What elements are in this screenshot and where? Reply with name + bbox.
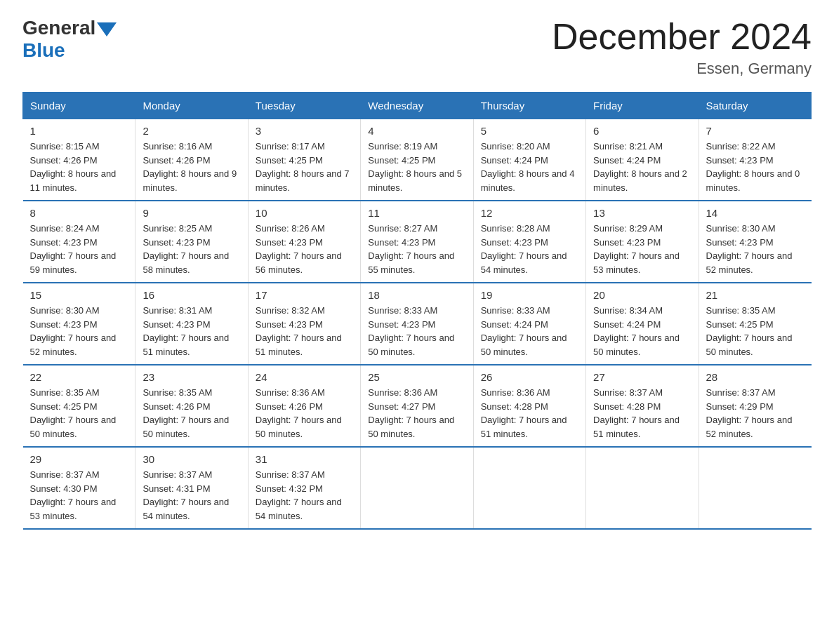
- calendar-header: SundayMondayTuesdayWednesdayThursdayFrid…: [23, 93, 812, 119]
- day-info: Sunrise: 8:35 AMSunset: 4:25 PMDaylight:…: [30, 386, 128, 441]
- header-monday: Monday: [135, 93, 248, 119]
- day-info: Sunrise: 8:29 AMSunset: 4:23 PMDaylight:…: [593, 222, 691, 276]
- calendar-table: SundayMondayTuesdayWednesdayThursdayFrid…: [22, 92, 812, 530]
- day-info: Sunrise: 8:19 AMSunset: 4:25 PMDaylight:…: [368, 140, 465, 194]
- day-cell: 2 Sunrise: 8:16 AMSunset: 4:26 PMDayligh…: [135, 119, 248, 201]
- day-info: Sunrise: 8:37 AMSunset: 4:30 PMDaylight:…: [30, 468, 128, 523]
- day-cell: 29 Sunrise: 8:37 AMSunset: 4:30 PMDaylig…: [23, 447, 135, 529]
- day-info: Sunrise: 8:15 AMSunset: 4:26 PMDaylight:…: [30, 140, 128, 194]
- day-info: Sunrise: 8:33 AMSunset: 4:23 PMDaylight:…: [368, 304, 465, 358]
- day-info: Sunrise: 8:16 AMSunset: 4:26 PMDaylight:…: [143, 140, 240, 194]
- day-cell: 26 Sunrise: 8:36 AMSunset: 4:28 PMDaylig…: [473, 365, 585, 447]
- day-info: Sunrise: 8:33 AMSunset: 4:24 PMDaylight:…: [481, 304, 578, 358]
- day-number: 20: [593, 289, 691, 301]
- day-cell: [473, 447, 585, 529]
- day-cell: 11 Sunrise: 8:27 AMSunset: 4:23 PMDaylig…: [361, 201, 473, 283]
- day-number: 5: [481, 125, 578, 137]
- logo-blue-text: Blue: [22, 39, 65, 62]
- day-info: Sunrise: 8:21 AMSunset: 4:24 PMDaylight:…: [593, 140, 691, 194]
- day-info: Sunrise: 8:31 AMSunset: 4:23 PMDaylight:…: [143, 304, 240, 358]
- page-header: General Blue December 2024 Essen, German…: [22, 17, 812, 78]
- header-sunday: Sunday: [23, 93, 135, 119]
- day-info: Sunrise: 8:25 AMSunset: 4:23 PMDaylight:…: [143, 222, 240, 276]
- day-cell: 25 Sunrise: 8:36 AMSunset: 4:27 PMDaylig…: [361, 365, 473, 447]
- day-info: Sunrise: 8:32 AMSunset: 4:23 PMDaylight:…: [256, 304, 353, 358]
- day-cell: 4 Sunrise: 8:19 AMSunset: 4:25 PMDayligh…: [361, 119, 473, 201]
- day-number: 22: [30, 371, 128, 383]
- day-info: Sunrise: 8:36 AMSunset: 4:28 PMDaylight:…: [481, 386, 578, 441]
- day-info: Sunrise: 8:35 AMSunset: 4:25 PMDaylight:…: [706, 304, 805, 358]
- day-number: 8: [30, 207, 128, 219]
- day-number: 1: [30, 125, 128, 137]
- day-cell: [699, 447, 811, 529]
- day-cell: 15 Sunrise: 8:30 AMSunset: 4:23 PMDaylig…: [23, 283, 135, 365]
- logo: General Blue: [22, 17, 118, 62]
- day-info: Sunrise: 8:28 AMSunset: 4:23 PMDaylight:…: [481, 222, 578, 276]
- header-wednesday: Wednesday: [361, 93, 473, 119]
- day-cell: 13 Sunrise: 8:29 AMSunset: 4:23 PMDaylig…: [586, 201, 699, 283]
- day-cell: 18 Sunrise: 8:33 AMSunset: 4:23 PMDaylig…: [361, 283, 473, 365]
- day-number: 26: [481, 371, 578, 383]
- day-cell: 5 Sunrise: 8:20 AMSunset: 4:24 PMDayligh…: [473, 119, 585, 201]
- day-number: 18: [368, 289, 465, 301]
- day-cell: 21 Sunrise: 8:35 AMSunset: 4:25 PMDaylig…: [699, 283, 811, 365]
- day-cell: 1 Sunrise: 8:15 AMSunset: 4:26 PMDayligh…: [23, 119, 135, 201]
- day-info: Sunrise: 8:30 AMSunset: 4:23 PMDaylight:…: [30, 304, 128, 358]
- day-cell: 8 Sunrise: 8:24 AMSunset: 4:23 PMDayligh…: [23, 201, 135, 283]
- day-info: Sunrise: 8:34 AMSunset: 4:24 PMDaylight:…: [593, 304, 691, 358]
- day-number: 27: [593, 371, 691, 383]
- day-cell: [586, 447, 699, 529]
- day-number: 19: [481, 289, 578, 301]
- day-cell: 12 Sunrise: 8:28 AMSunset: 4:23 PMDaylig…: [473, 201, 585, 283]
- day-cell: 23 Sunrise: 8:35 AMSunset: 4:26 PMDaylig…: [135, 365, 248, 447]
- day-info: Sunrise: 8:37 AMSunset: 4:31 PMDaylight:…: [143, 468, 240, 523]
- day-cell: 20 Sunrise: 8:34 AMSunset: 4:24 PMDaylig…: [586, 283, 699, 365]
- day-cell: 28 Sunrise: 8:37 AMSunset: 4:29 PMDaylig…: [699, 365, 811, 447]
- day-number: 30: [143, 453, 240, 465]
- header-thursday: Thursday: [473, 93, 585, 119]
- week-row-1: 1 Sunrise: 8:15 AMSunset: 4:26 PMDayligh…: [23, 119, 812, 201]
- day-info: Sunrise: 8:37 AMSunset: 4:32 PMDaylight:…: [256, 468, 353, 523]
- day-cell: 7 Sunrise: 8:22 AMSunset: 4:23 PMDayligh…: [699, 119, 811, 201]
- day-info: Sunrise: 8:17 AMSunset: 4:25 PMDaylight:…: [256, 140, 353, 194]
- day-info: Sunrise: 8:36 AMSunset: 4:27 PMDaylight:…: [368, 386, 465, 441]
- day-cell: 24 Sunrise: 8:36 AMSunset: 4:26 PMDaylig…: [248, 365, 360, 447]
- logo-triangle-icon: [97, 22, 117, 36]
- week-row-2: 8 Sunrise: 8:24 AMSunset: 4:23 PMDayligh…: [23, 201, 812, 283]
- day-info: Sunrise: 8:37 AMSunset: 4:28 PMDaylight:…: [593, 386, 691, 441]
- location-title: Essen, Germany: [552, 60, 812, 78]
- week-row-3: 15 Sunrise: 8:30 AMSunset: 4:23 PMDaylig…: [23, 283, 812, 365]
- day-cell: 31 Sunrise: 8:37 AMSunset: 4:32 PMDaylig…: [248, 447, 360, 529]
- day-number: 15: [30, 289, 128, 301]
- day-number: 31: [256, 453, 353, 465]
- day-number: 17: [256, 289, 353, 301]
- day-number: 24: [256, 371, 353, 383]
- day-cell: 19 Sunrise: 8:33 AMSunset: 4:24 PMDaylig…: [473, 283, 585, 365]
- header-tuesday: Tuesday: [248, 93, 360, 119]
- day-cell: 3 Sunrise: 8:17 AMSunset: 4:25 PMDayligh…: [248, 119, 360, 201]
- day-info: Sunrise: 8:22 AMSunset: 4:23 PMDaylight:…: [706, 140, 805, 194]
- day-cell: 22 Sunrise: 8:35 AMSunset: 4:25 PMDaylig…: [23, 365, 135, 447]
- week-row-4: 22 Sunrise: 8:35 AMSunset: 4:25 PMDaylig…: [23, 365, 812, 447]
- day-info: Sunrise: 8:26 AMSunset: 4:23 PMDaylight:…: [256, 222, 353, 276]
- day-number: 3: [256, 125, 353, 137]
- day-number: 2: [143, 125, 240, 137]
- day-number: 14: [706, 207, 805, 219]
- header-saturday: Saturday: [699, 93, 811, 119]
- day-info: Sunrise: 8:36 AMSunset: 4:26 PMDaylight:…: [256, 386, 353, 441]
- day-number: 16: [143, 289, 240, 301]
- day-info: Sunrise: 8:30 AMSunset: 4:23 PMDaylight:…: [706, 222, 805, 276]
- day-number: 9: [143, 207, 240, 219]
- day-info: Sunrise: 8:24 AMSunset: 4:23 PMDaylight:…: [30, 222, 128, 276]
- header-friday: Friday: [586, 93, 699, 119]
- day-number: 28: [706, 371, 805, 383]
- day-number: 7: [706, 125, 805, 137]
- day-cell: 17 Sunrise: 8:32 AMSunset: 4:23 PMDaylig…: [248, 283, 360, 365]
- day-number: 13: [593, 207, 691, 219]
- day-cell: 10 Sunrise: 8:26 AMSunset: 4:23 PMDaylig…: [248, 201, 360, 283]
- logo-general-text: General: [22, 17, 95, 39]
- day-cell: 27 Sunrise: 8:37 AMSunset: 4:28 PMDaylig…: [586, 365, 699, 447]
- day-number: 29: [30, 453, 128, 465]
- header-row: SundayMondayTuesdayWednesdayThursdayFrid…: [23, 93, 812, 119]
- month-title: December 2024: [552, 17, 812, 57]
